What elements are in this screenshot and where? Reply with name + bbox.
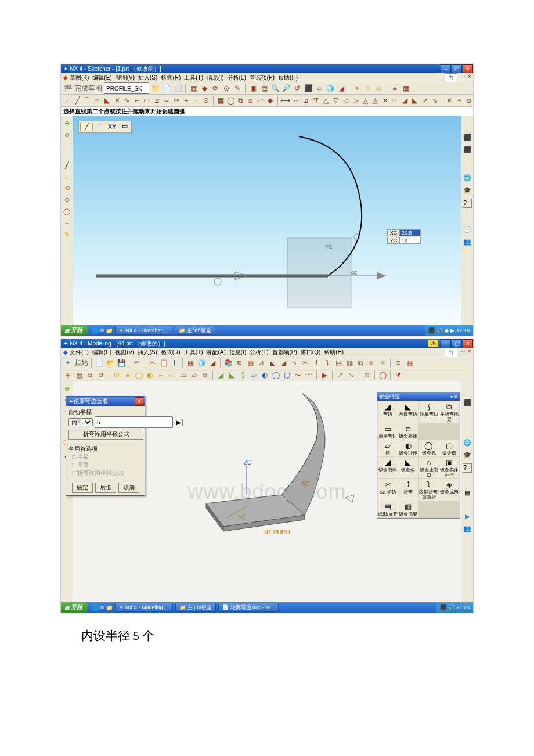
panel-item[interactable]: ⤵取消折弯/重新折 — [419, 479, 439, 501]
tool-icon[interactable]: ◢ — [337, 84, 346, 93]
tool-icon[interactable]: 📁 — [151, 84, 160, 93]
task-item-folder[interactable]: 📁主 \m\钣金 — [175, 603, 216, 612]
mail-icon[interactable]: ✉ — [100, 327, 104, 334]
tool-icon[interactable]: ▦ — [405, 358, 414, 368]
tool-icon[interactable]: ◆ — [266, 96, 275, 105]
tool-icon[interactable]: ↗ — [421, 96, 429, 105]
tool-icon[interactable]: ◣ — [411, 96, 419, 105]
rail-circle-icon[interactable]: ⊙ — [62, 195, 71, 204]
tool-icon[interactable]: ✦ — [352, 84, 362, 93]
grad-icon[interactable]: 🎓 — [463, 186, 471, 194]
tool-icon[interactable]: ▦ — [246, 358, 255, 368]
menu-info[interactable]: 信息(I) — [207, 74, 223, 82]
menu-prefs[interactable]: 首选项(P) — [250, 74, 275, 82]
rail-line-icon[interactable]: ╱ — [62, 160, 71, 170]
folder-icon[interactable]: 📁 — [106, 604, 113, 611]
panel-item[interactable]: ◢弯边 — [378, 401, 398, 423]
panel-item[interactable]: ▭通用弯边 — [378, 423, 398, 440]
tool-icon[interactable]: ⌙ — [167, 370, 176, 380]
rail-icon[interactable]: ▶ — [465, 513, 470, 520]
close-button[interactable]: ✕ — [463, 339, 473, 348]
users-icon[interactable]: 👥 — [463, 525, 471, 532]
tool-icon[interactable]: ▦ — [401, 84, 410, 93]
tool-icon[interactable]: ✂ — [172, 96, 181, 105]
menu-help[interactable]: 帮助(H) — [278, 74, 298, 82]
mdi-controls[interactable]: −▫✕ — [460, 348, 472, 354]
tool-icon[interactable]: ⧩ — [394, 370, 403, 380]
tool-icon[interactable]: 📄 — [162, 84, 171, 93]
panel-item[interactable]: ⌂钣金止裂口 — [419, 457, 439, 478]
panel-item[interactable]: ◐钣金冲压 — [398, 440, 418, 456]
tool-icon[interactable]: ↺ — [293, 84, 302, 93]
tool-icon[interactable]: ▶ — [320, 370, 329, 380]
tool-icon[interactable]: ↗ — [335, 370, 345, 380]
tool-icon[interactable]: ⊙ — [112, 370, 121, 380]
menu-assy[interactable]: 装配(A) — [206, 348, 225, 357]
cancel-button[interactable]: 取消 — [118, 483, 139, 493]
tool-icon[interactable]: 🧊 — [197, 358, 206, 368]
help-icon[interactable]: ? — [463, 199, 472, 208]
tool-icon[interactable]: ▣ — [248, 84, 258, 93]
menu-window[interactable]: 窗口(Q) — [301, 348, 320, 357]
panel-item[interactable]: ✂SB 切边 — [378, 479, 398, 501]
tool-icon[interactable]: ✩ — [374, 84, 384, 93]
tool-icon[interactable]: △ — [361, 96, 369, 105]
tool-icon[interactable]: ▱ — [315, 84, 324, 93]
folder-icon[interactable]: 📁 — [106, 327, 113, 334]
panel-item[interactable]: ◢钣金隅料 — [378, 457, 398, 478]
task-item-nx[interactable]: ✦NX 4 - Modeling ... — [115, 603, 173, 612]
tool-icon[interactable]: ▤ — [334, 358, 343, 368]
tool-icon[interactable]: · — [192, 96, 200, 105]
menu-insert[interactable]: 插入(S) — [138, 74, 157, 82]
tray-icon[interactable]: ▶ — [450, 327, 454, 333]
tool-icon[interactable]: ◯ — [134, 370, 143, 380]
tool-icon[interactable]: ⧉ — [236, 96, 244, 105]
tool-icon[interactable]: ≋ — [234, 358, 244, 368]
tool-icon[interactable]: ☞ — [391, 96, 399, 105]
save-icon[interactable]: 💾 — [117, 358, 126, 368]
panel-item[interactable]: ◈钣金成形 — [439, 479, 459, 501]
maximize-button[interactable]: ▢ — [452, 339, 462, 348]
new-icon[interactable]: 📄 — [95, 358, 104, 368]
tool-icon[interactable]: ⤵ — [323, 358, 332, 368]
menu-analysis[interactable]: 分析(L) — [250, 348, 268, 357]
dim-icon[interactable]: ↔ — [292, 96, 300, 105]
menu-tools[interactable]: 工具(T) — [184, 74, 203, 82]
tray-icon[interactable]: ⬛ — [440, 604, 446, 610]
tool-icon[interactable]: ⧈ — [200, 370, 210, 380]
tool-icon[interactable]: ◯ — [378, 370, 387, 380]
menu-edit[interactable]: 编辑(E) — [92, 348, 111, 357]
tool-icon[interactable]: 📚 — [223, 358, 233, 368]
tool-icon[interactable]: ≡ — [455, 96, 463, 105]
tool-icon[interactable]: ◢ — [208, 358, 217, 368]
tool-icon[interactable]: ▢ — [282, 370, 291, 380]
undo-icon[interactable]: ↶ — [132, 358, 142, 368]
menu-file[interactable]: 文件(F) — [70, 348, 89, 357]
radius-input[interactable] — [95, 416, 173, 428]
dim-icon[interactable]: ⟷ — [281, 96, 290, 105]
rail-icon[interactable]: ⬛ — [463, 134, 471, 141]
tool-icon[interactable]: ⊿ — [153, 96, 161, 105]
tool-icon[interactable]: ⧈ — [465, 96, 473, 105]
rail-point-icon[interactable]: ＋ — [62, 218, 71, 228]
tool-icon[interactable]: 🔍 — [270, 84, 280, 93]
tool-icon[interactable]: ⟳ — [211, 84, 220, 93]
tool-icon[interactable]: 🧊 — [326, 84, 335, 93]
task-item-folder[interactable]: 📁主 \m\钣金 — [175, 326, 215, 335]
tool-icon[interactable]: ⧉ — [356, 358, 365, 368]
menu-prefs[interactable]: 首选项(P) — [272, 348, 297, 357]
rail-spline-icon[interactable]: ⟲ — [62, 183, 71, 193]
dialog-close-button[interactable]: ✕ — [135, 397, 143, 406]
rail-icon[interactable]: ⬛ — [463, 399, 471, 406]
globe-icon[interactable]: 🌐 — [463, 439, 471, 447]
tool-icon[interactable]: ▤ — [259, 84, 269, 93]
tool-icon[interactable]: ✕ — [445, 96, 453, 105]
panel-item[interactable]: ▢钣金槽 — [439, 440, 459, 456]
tool-icon[interactable]: ⊿ — [302, 96, 310, 105]
menu-edit[interactable]: 编辑(E) — [92, 74, 111, 82]
menu-view[interactable]: 视图(V) — [116, 74, 135, 82]
menu-format[interactable]: 格式(R) — [161, 74, 181, 82]
maximize-button[interactable]: ▢ — [452, 64, 462, 74]
ok-button[interactable]: 确定 — [72, 483, 93, 493]
paste-icon[interactable]: 📋 — [159, 358, 168, 368]
